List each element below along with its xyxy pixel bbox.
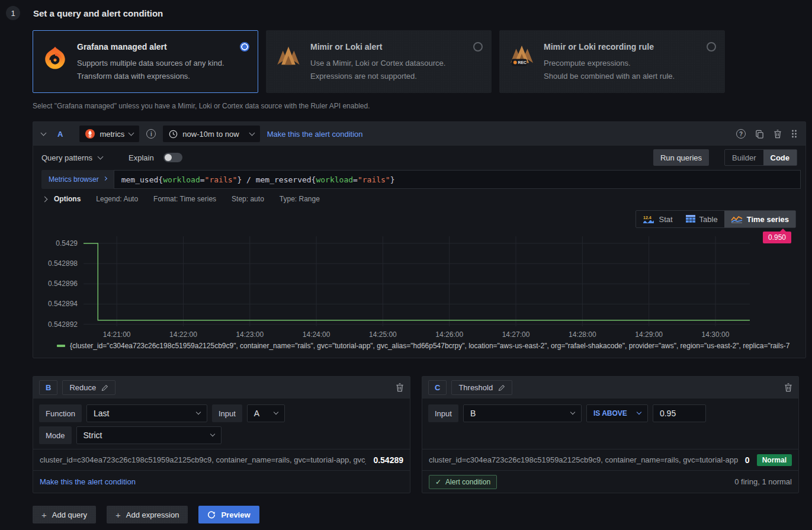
svg-text:14:29:00: 14:29:00 bbox=[635, 330, 663, 339]
svg-text:14:23:00: 14:23:00 bbox=[236, 330, 264, 339]
collapse-chevron-icon[interactable] bbox=[41, 130, 47, 136]
make-alert-condition-link[interactable]: Make this the alert condition bbox=[267, 130, 363, 139]
input-value: A bbox=[254, 409, 259, 418]
input-select[interactable]: A bbox=[247, 404, 285, 422]
chevron-down-icon bbox=[249, 130, 255, 136]
viz-tab-table[interactable]: Table bbox=[679, 211, 724, 227]
svg-text:0.5429: 0.5429 bbox=[56, 239, 78, 248]
add-query-label: Add query bbox=[52, 510, 87, 519]
card-desc-line: Expressions are not supported. bbox=[310, 70, 483, 83]
viz-tab-time-series[interactable]: Time series bbox=[724, 211, 795, 227]
run-queries-button[interactable]: Run queries bbox=[653, 149, 709, 166]
radio-unselected-icon[interactable] bbox=[473, 42, 483, 52]
option-step: Step: auto bbox=[232, 195, 264, 203]
time-series-icon bbox=[731, 215, 743, 223]
options-toggle[interactable]: Options bbox=[43, 195, 81, 203]
editor-mode-switch: Builder Code bbox=[724, 149, 797, 166]
svg-text:REC: REC bbox=[518, 60, 527, 65]
result-series-labels: cluster_id=c304ea723c26c198c51959a2125cb… bbox=[429, 455, 738, 464]
chevron-down-icon bbox=[274, 410, 278, 415]
card-title: Mimir or Loki alert bbox=[310, 42, 382, 52]
duplicate-icon[interactable] bbox=[755, 130, 764, 139]
refresh-icon bbox=[207, 510, 216, 519]
viz-tab-stat[interactable]: 12.4 Stat bbox=[636, 211, 679, 227]
condition-select[interactable]: IS ABOVE bbox=[586, 404, 648, 422]
chevron-down-icon bbox=[98, 153, 104, 159]
card-desc-line: Precompute expressions. bbox=[544, 57, 716, 70]
query-panel-a: A metrics i now-10m to now Make this the… bbox=[33, 121, 806, 358]
expression-name: Reduce bbox=[69, 383, 96, 392]
result-value: 0.54289 bbox=[373, 455, 403, 465]
chart-plot: 0.5428920.5428940.5428960.5428980.542914… bbox=[33, 230, 783, 339]
grafana-logo-icon bbox=[41, 38, 69, 85]
card-title: Grafana managed alert bbox=[77, 42, 167, 52]
chevron-down-icon bbox=[570, 410, 575, 415]
expression-name-edit[interactable]: Reduce bbox=[62, 380, 115, 395]
chevron-down-icon bbox=[210, 432, 214, 436]
add-query-button[interactable]: + Add query bbox=[33, 506, 96, 523]
datasource-picker[interactable]: metrics bbox=[79, 126, 139, 142]
table-icon bbox=[686, 215, 695, 223]
expression-c-result: cluster_id=c304ea723c26c198c51959a2125cb… bbox=[422, 449, 798, 470]
expression-name-edit[interactable]: Threshold bbox=[451, 380, 512, 395]
svg-text:0.542896: 0.542896 bbox=[48, 280, 78, 288]
card-grafana-managed-alert[interactable]: Grafana managed alert Supports multiple … bbox=[33, 30, 258, 93]
state-badge: Normal bbox=[757, 454, 792, 466]
delete-expression-icon[interactable] bbox=[784, 383, 792, 392]
card-mimir-loki-alert[interactable]: Mimir or Loki alert Use a Mimir, Loki or… bbox=[266, 30, 492, 93]
result-series-labels: cluster_id=c304ea723c26c198c51959a2125cb… bbox=[40, 455, 366, 464]
expression-b-result: cluster_id=c304ea723c26c198c51959a2125cb… bbox=[33, 449, 410, 470]
add-expression-button[interactable]: + Add expression bbox=[107, 506, 188, 523]
function-value: Last bbox=[94, 409, 109, 418]
input-label: Input bbox=[428, 404, 458, 422]
drag-handle-icon[interactable] bbox=[791, 129, 797, 139]
query-patterns-dropdown[interactable]: Query patterns bbox=[41, 153, 102, 162]
viz-switcher-row: 12.4 Stat Table bbox=[33, 210, 805, 229]
query-ref-id: A bbox=[57, 130, 63, 139]
condition-value: IS ABOVE bbox=[593, 409, 627, 417]
preview-button[interactable]: Preview bbox=[198, 506, 259, 523]
function-select[interactable]: Last bbox=[86, 404, 207, 422]
info-icon[interactable]: i bbox=[146, 129, 156, 139]
expression-panel-b: B Reduce Function Last Input A Mode Stri… bbox=[33, 376, 410, 493]
function-label: Function bbox=[39, 404, 82, 422]
page-title: Set a query and alert condition bbox=[33, 8, 163, 18]
threshold-value-input[interactable]: 0.95 bbox=[653, 404, 706, 422]
expression-b-header: B Reduce bbox=[33, 377, 410, 399]
alert-condition-badge[interactable]: ✓ Alert condition bbox=[429, 475, 497, 489]
card-title: Mimir or Loki recording rule bbox=[544, 42, 654, 52]
time-range-picker[interactable]: now-10m to now bbox=[163, 126, 259, 142]
card-mimir-loki-recording-rule[interactable]: REC Mimir or Loki recording rule Precomp… bbox=[499, 30, 725, 93]
mode-label: Mode bbox=[39, 426, 72, 444]
svg-text:0.542898: 0.542898 bbox=[48, 259, 78, 268]
option-type: Type: Range bbox=[280, 195, 320, 203]
pencil-icon bbox=[498, 384, 505, 391]
mimir-rec-logo-icon: REC bbox=[508, 38, 535, 85]
expression-c-header: C Threshold bbox=[422, 377, 798, 399]
option-legend: Legend: Auto bbox=[96, 195, 138, 203]
help-icon[interactable]: ? bbox=[736, 129, 746, 139]
query-toolbar: Query patterns Explain Run queries Build… bbox=[33, 146, 805, 169]
svg-text:14:30:00: 14:30:00 bbox=[702, 330, 730, 339]
metrics-browser-button[interactable]: Metrics browser bbox=[41, 170, 114, 189]
svg-text:14:26:00: 14:26:00 bbox=[435, 330, 463, 339]
rule-type-cards: Grafana managed alert Supports multiple … bbox=[33, 30, 812, 93]
code-mode-button[interactable]: Code bbox=[763, 150, 797, 165]
svg-text:14:27:00: 14:27:00 bbox=[502, 330, 530, 339]
expression-ref-id: B bbox=[39, 380, 57, 395]
delete-query-icon[interactable] bbox=[774, 130, 782, 139]
delete-expression-icon[interactable] bbox=[396, 383, 404, 392]
mode-select[interactable]: Strict bbox=[76, 426, 222, 444]
chart-legend[interactable]: {cluster_id="c304ea723c26c198c51959a2125… bbox=[33, 339, 805, 352]
builder-mode-button[interactable]: Builder bbox=[725, 150, 763, 165]
mimir-logo-icon bbox=[275, 38, 302, 85]
explain-toggle[interactable] bbox=[163, 153, 182, 162]
radio-unselected-icon[interactable] bbox=[707, 42, 716, 52]
input-select[interactable]: B bbox=[463, 404, 582, 422]
input-label: Input bbox=[212, 404, 242, 422]
make-alert-condition-link[interactable]: Make this the alert condition bbox=[40, 477, 136, 486]
radio-selected-icon[interactable] bbox=[240, 42, 249, 52]
viz-tab-label: Table bbox=[699, 215, 718, 224]
query-expression[interactable]: mem_used{workload="rails"} / mem_reserve… bbox=[114, 170, 801, 189]
input-value: B bbox=[470, 409, 476, 418]
